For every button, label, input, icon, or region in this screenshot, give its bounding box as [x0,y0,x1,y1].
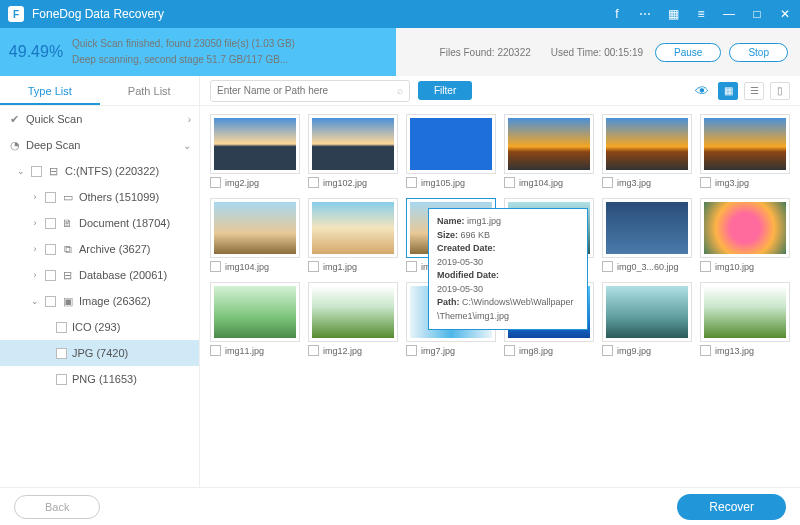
thumbnail[interactable] [308,114,398,174]
tree-image[interactable]: ⌄ ▣ Image (26362) [0,288,199,314]
file-item[interactable]: img105.jpg [406,114,496,188]
checkbox[interactable] [406,261,417,272]
checkbox[interactable] [504,345,515,356]
checkbox[interactable] [210,177,221,188]
checkbox[interactable] [602,177,613,188]
search-icon[interactable]: ⌕ [397,85,403,96]
menu-icon[interactable]: ≡ [694,7,708,21]
list-view-icon[interactable]: ☰ [744,82,764,100]
checkbox[interactable] [602,345,613,356]
checkbox[interactable] [45,296,56,307]
preview-icon[interactable]: 👁 [692,82,712,100]
tab-type-list[interactable]: Type List [0,76,100,105]
tree-document[interactable]: › 🗎 Document (18704) [0,210,199,236]
document-icon: 🗎 [61,217,74,230]
grid-view-icon[interactable]: ▦ [718,82,738,100]
feedback-icon[interactable]: ⋯ [638,7,652,21]
thumbnail[interactable] [308,198,398,258]
thumbnail[interactable] [602,198,692,258]
thumbnail[interactable] [700,114,790,174]
file-name: img0_3...60.jpg [617,262,679,272]
file-item[interactable]: img2.jpg [210,114,300,188]
checkbox[interactable] [56,348,67,359]
tree-jpg[interactable]: JPG (7420) [0,340,199,366]
thumbnail[interactable] [308,282,398,342]
thumbnail[interactable] [504,114,594,174]
minimize-icon[interactable]: — [722,7,736,21]
checkbox[interactable] [308,261,319,272]
file-item[interactable]: img12.jpg [308,282,398,356]
file-item[interactable]: img13.jpg [700,282,790,356]
checkbox[interactable] [45,218,56,229]
back-button[interactable]: Back [14,495,100,519]
file-item[interactable]: img102.jpg [308,114,398,188]
checkbox[interactable] [210,261,221,272]
file-item[interactable]: img10.jpg [700,198,790,272]
search-input[interactable] [217,85,397,96]
tree-deep-scan[interactable]: ◔ Deep Scan ⌄ [0,132,199,158]
checkbox[interactable] [308,345,319,356]
file-name: img2.jpg [225,178,259,188]
file-name: img11.jpg [225,346,264,356]
register-icon[interactable]: ▦ [666,7,680,21]
search-box[interactable]: ⌕ [210,80,410,102]
thumbnail[interactable] [700,198,790,258]
expand-icon[interactable]: ⌄ [30,296,40,306]
checkbox[interactable] [210,345,221,356]
file-item[interactable]: img104.jpg [504,114,594,188]
detail-view-icon[interactable]: ▯ [770,82,790,100]
file-item[interactable]: img3.jpg [602,114,692,188]
checkbox[interactable] [504,177,515,188]
tree-others[interactable]: › ▭ Others (151099) [0,184,199,210]
file-item[interactable]: img9.jpg [602,282,692,356]
thumbnail[interactable] [700,282,790,342]
tree-database[interactable]: › ⊟ Database (20061) [0,262,199,288]
checkbox[interactable] [700,345,711,356]
expand-icon[interactable]: › [30,192,40,202]
filter-button[interactable]: Filter [418,81,472,100]
checkbox[interactable] [700,261,711,272]
thumbnail[interactable] [210,198,300,258]
file-item[interactable]: img0_3...60.jpg [602,198,692,272]
file-item[interactable]: img1.jpg [308,198,398,272]
checkbox[interactable] [56,374,67,385]
tree-archive[interactable]: › ⧉ Archive (3627) [0,236,199,262]
tree-quick-scan[interactable]: ✔ Quick Scan › [0,106,199,132]
thumbnail[interactable] [406,114,496,174]
facebook-icon[interactable]: f [610,7,624,21]
thumbnail[interactable] [210,282,300,342]
close-icon[interactable]: ✕ [778,7,792,21]
checkbox[interactable] [406,177,417,188]
pause-button[interactable]: Pause [655,43,721,62]
expand-icon[interactable]: › [30,244,40,254]
expand-icon[interactable]: ⌄ [16,166,26,176]
checkbox[interactable] [45,270,56,281]
checkbox[interactable] [56,322,67,333]
thumbnail[interactable] [210,114,300,174]
recover-button[interactable]: Recover [677,494,786,520]
progress-stats: Files Found: 220322 Used Time: 00:15:19 [440,47,643,58]
file-item[interactable]: img3.jpg [700,114,790,188]
file-item[interactable]: img11.jpg [210,282,300,356]
file-item[interactable]: img104.jpg [210,198,300,272]
checkbox[interactable] [31,166,42,177]
file-name: img12.jpg [323,346,362,356]
expand-icon[interactable]: › [30,218,40,228]
image-icon: ▣ [61,295,74,308]
maximize-icon[interactable]: □ [750,7,764,21]
file-name: img104.jpg [519,178,563,188]
checkbox[interactable] [45,244,56,255]
checkbox[interactable] [700,177,711,188]
tree-png[interactable]: PNG (11653) [0,366,199,392]
thumbnail[interactable] [602,282,692,342]
checkbox[interactable] [45,192,56,203]
expand-icon[interactable]: › [30,270,40,280]
checkbox[interactable] [406,345,417,356]
checkbox[interactable] [308,177,319,188]
tree-ico[interactable]: ICO (293) [0,314,199,340]
tree-drive[interactable]: ⌄ ⊟ C:(NTFS) (220322) [0,158,199,184]
thumbnail[interactable] [602,114,692,174]
checkbox[interactable] [602,261,613,272]
tab-path-list[interactable]: Path List [100,76,200,105]
stop-button[interactable]: Stop [729,43,788,62]
